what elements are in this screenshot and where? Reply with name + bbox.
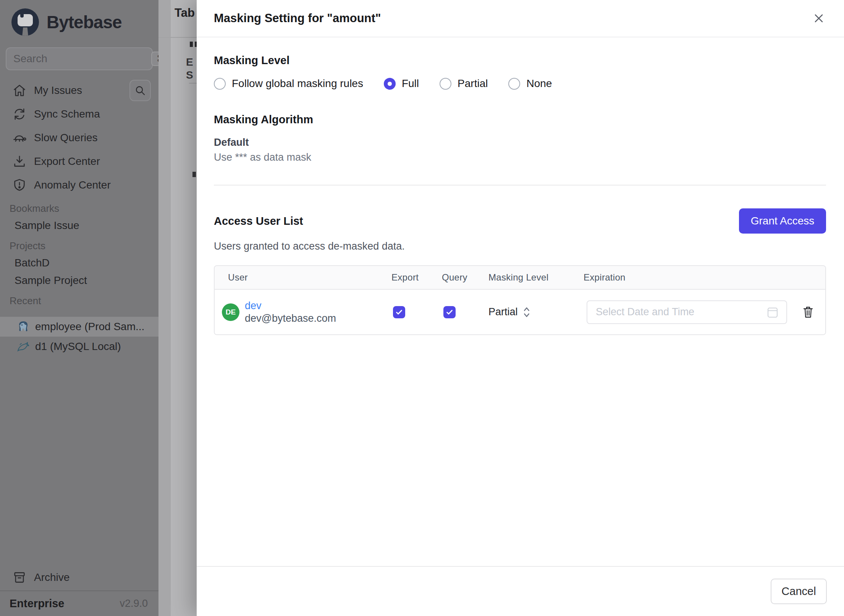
radio-circle[interactable] [214, 78, 226, 90]
expiration-cell [584, 300, 791, 324]
sidebar-item-batchd[interactable]: BatchD [0, 254, 158, 272]
section-title-bookmarks: Bookmarks [0, 200, 158, 217]
sidebar: Bytebase ⌘ K My Issues Sync Schema [0, 0, 158, 616]
radio-circle[interactable] [508, 78, 520, 90]
modal-header: Masking Setting for "amount" [197, 0, 844, 37]
sidebar-item-sample-issue[interactable]: Sample Issue [0, 217, 158, 234]
shield-icon [13, 178, 26, 192]
modal-footer: Cancel [197, 566, 844, 616]
sidebar-item-sync-schema[interactable]: Sync Schema [0, 102, 158, 126]
mysql-icon [17, 340, 30, 353]
sidebar-item-my-issues[interactable]: My Issues [0, 79, 158, 102]
masking-level-select[interactable]: Partial [488, 306, 584, 318]
row-actions [791, 304, 825, 321]
sidebar-item-employee-db[interactable]: employee (Prod Sam... [0, 317, 158, 337]
sidebar-search[interactable]: ⌘ K [6, 47, 153, 70]
background-text-fragment: E [186, 56, 193, 68]
brand-name: Bytebase [47, 12, 122, 32]
trash-icon [802, 306, 814, 319]
check-icon [395, 308, 403, 316]
query-cell [442, 306, 488, 318]
access-user-list-subtitle: Users granted to access de-masked data. [214, 240, 826, 252]
radio-follow-global[interactable]: Follow global masking rules [214, 77, 363, 90]
table-row: DE dev dev@bytebase.com [215, 290, 825, 334]
search-icon [134, 84, 146, 97]
col-header-expiration: Expiration [584, 272, 791, 283]
sidebar-item-export-center[interactable]: Export Center [0, 150, 158, 173]
sidebar-item-slow-queries[interactable]: Slow Queries [0, 126, 158, 150]
background-panel-title-fragment: Tab [175, 6, 195, 20]
plan-bar: Enterprise v2.9.0 [0, 590, 158, 616]
masking-setting-modal: Masking Setting for "amount" Masking Lev… [197, 0, 844, 616]
table-header-row: User Export Query Masking Level Expirati… [215, 266, 825, 290]
sidebar-item-d1-db[interactable]: d1 (MySQL Local) [0, 337, 158, 356]
app-screen: Bytebase ⌘ K My Issues Sync Schema [0, 0, 844, 616]
download-icon [13, 155, 26, 168]
section-title-projects: Projects [0, 237, 158, 254]
col-header-user: User [215, 272, 391, 283]
radio-circle[interactable] [440, 78, 451, 90]
user-email: dev@bytebase.com [245, 312, 336, 325]
page-behind-overlay: Tab E S [158, 0, 197, 616]
bytebase-logo-icon [11, 8, 39, 36]
chevron-up-down-icon [523, 306, 530, 318]
check-icon [445, 308, 454, 316]
postgres-icon [17, 320, 30, 333]
background-dot [192, 172, 196, 177]
cancel-button[interactable]: Cancel [771, 579, 827, 604]
turtle-icon [13, 131, 26, 145]
quick-search-button[interactable] [129, 80, 151, 101]
close-icon [813, 12, 825, 24]
expiration-date-input[interactable] [587, 300, 787, 324]
algorithm-name: Default [214, 137, 826, 148]
app-version: v2.9.0 [120, 598, 148, 610]
quote-icon [190, 42, 197, 47]
modal-body: Masking Level Follow global masking rule… [197, 37, 844, 566]
modal-title: Masking Setting for "amount" [214, 11, 381, 25]
avatar: DE [222, 303, 239, 321]
col-header-export: Export [391, 272, 442, 283]
section-title-recent: Recent [0, 292, 158, 309]
archive-icon [13, 571, 26, 584]
radio-full[interactable]: Full [384, 77, 419, 90]
sidebar-item-archive[interactable]: Archive [0, 567, 158, 588]
plan-name: Enterprise [10, 597, 64, 610]
calendar-icon [767, 306, 778, 318]
brand-logo: Bytebase [0, 0, 158, 36]
grant-access-button[interactable]: Grant Access [739, 208, 826, 234]
search-input[interactable] [13, 53, 151, 65]
export-checkbox[interactable] [393, 306, 405, 318]
access-user-list-heading: Access User List [214, 215, 303, 227]
col-header-query: Query [442, 272, 488, 283]
radio-circle-selected[interactable] [384, 78, 396, 90]
access-user-list-header: Access User List Grant Access [214, 208, 826, 234]
table-detail-panel-edge: Tab E S [171, 0, 197, 616]
algorithm-description: Use *** as data mask [214, 152, 826, 163]
sidebar-item-sample-project[interactable]: Sample Project [0, 272, 158, 289]
col-header-masking-level: Masking Level [488, 272, 584, 283]
delete-user-button[interactable] [800, 304, 817, 321]
user-name-link[interactable]: dev [245, 300, 336, 312]
sidebar-item-anomaly-center[interactable]: Anomaly Center [0, 173, 158, 197]
export-cell [391, 306, 442, 318]
query-checkbox[interactable] [443, 306, 456, 318]
home-icon [13, 84, 26, 97]
radio-none[interactable]: None [508, 77, 552, 90]
radio-partial[interactable]: Partial [440, 77, 488, 90]
masking-level-heading: Masking Level [214, 54, 826, 67]
user-cell: DE dev dev@bytebase.com [215, 300, 391, 325]
divider [214, 185, 826, 185]
background-text-fragment: S [186, 69, 193, 81]
close-button[interactable] [810, 10, 827, 27]
sync-icon [13, 107, 26, 121]
masking-algorithm-heading: Masking Algorithm [214, 113, 826, 126]
access-user-table: User Export Query Masking Level Expirati… [214, 265, 826, 335]
masking-level-radio-group: Follow global masking rules Full Partial… [214, 77, 826, 90]
sidebar-nav: My Issues Sync Schema Slow Queries Expor… [0, 79, 158, 197]
